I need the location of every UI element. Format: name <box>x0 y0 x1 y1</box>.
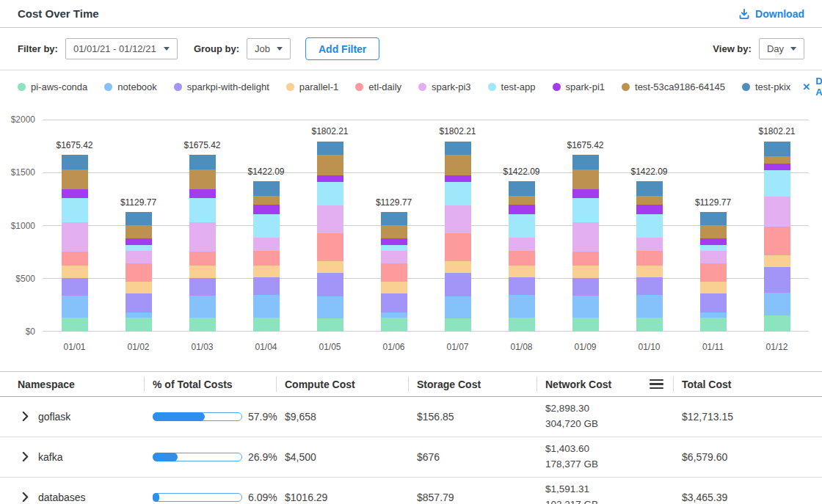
bar-segment-etl-daily[interactable] <box>509 251 535 265</box>
bar-segment-notebook[interactable] <box>700 313 727 318</box>
bar-segment-parallel-1[interactable] <box>189 266 216 278</box>
bar-segment-spark-pi1[interactable] <box>509 205 535 213</box>
bar-segment-spark-pi3[interactable] <box>700 251 727 263</box>
bar-segment-parallel-1[interactable] <box>509 266 535 277</box>
bar-segment-notebook[interactable] <box>62 296 88 318</box>
view-by-dropdown[interactable]: Day <box>759 38 804 59</box>
bar-segment-spark-pi1[interactable] <box>636 205 663 213</box>
bar-segment-spark-pi3[interactable] <box>764 197 790 226</box>
legend-item[interactable]: parallel-1 <box>286 81 338 92</box>
bar-segment-test-pkix[interactable] <box>253 181 280 196</box>
bar-segment-parallel-1[interactable] <box>381 282 407 293</box>
bar-segment-etl-daily[interactable] <box>572 252 599 266</box>
bar-segment-notebook[interactable] <box>317 296 343 318</box>
legend-item[interactable]: spark-pi3 <box>418 81 470 92</box>
bar-segment-sparkpi-with-delight[interactable] <box>764 267 790 292</box>
bar-segment-etl-daily[interactable] <box>189 252 216 266</box>
bar-segment-test-pkix[interactable] <box>700 212 727 225</box>
chevron-right-icon[interactable] <box>22 412 29 421</box>
legend-item[interactable]: test-pkix <box>742 81 790 92</box>
legend-item[interactable]: sparkpi-with-delight <box>174 81 269 92</box>
bar-segment-spark-pi1[interactable] <box>572 189 599 198</box>
bar-segment-pi-aws-conda[interactable] <box>126 318 152 332</box>
bar-segment-parallel-1[interactable] <box>572 266 599 278</box>
bar-segment-test-pkix[interactable] <box>764 142 790 156</box>
bar-segment-parallel-1[interactable] <box>636 266 663 277</box>
bar-segment-test-53ca9186-64145[interactable] <box>509 196 535 205</box>
bar-segment-pi-aws-conda[interactable] <box>62 318 88 332</box>
bar-segment-spark-pi3[interactable] <box>189 222 216 252</box>
bar-segment-pi-aws-conda[interactable] <box>445 318 471 332</box>
bar-segment-parallel-1[interactable] <box>62 266 88 278</box>
bar-segment-test-pkix[interactable] <box>636 181 663 196</box>
bar-segment-test-pkix[interactable] <box>126 212 152 225</box>
bar-segment-test-53ca9186-64145[interactable] <box>445 155 471 175</box>
chevron-right-icon[interactable] <box>22 452 29 461</box>
bar-segment-test-53ca9186-64145[interactable] <box>317 155 343 175</box>
bar-segment-test-53ca9186-64145[interactable] <box>62 169 88 189</box>
bar-segment-test-53ca9186-64145[interactable] <box>636 196 663 205</box>
bar-segment-parallel-1[interactable] <box>700 282 727 293</box>
bar-segment-parallel-1[interactable] <box>253 266 280 277</box>
deselect-all-button[interactable]: ✕ Deselect All <box>802 76 822 98</box>
bar-segment-spark-pi1[interactable] <box>445 175 471 182</box>
bar-segment-spark-pi3[interactable] <box>509 238 535 251</box>
bar-segment-spark-pi1[interactable] <box>62 189 88 198</box>
bar-segment-sparkpi-with-delight[interactable] <box>62 278 88 296</box>
bar-segment-notebook[interactable] <box>253 295 280 318</box>
bar-segment-sparkpi-with-delight[interactable] <box>572 278 599 296</box>
bar-segment-test-app[interactable] <box>189 198 216 222</box>
bar-segment-test-pkix[interactable] <box>572 155 599 170</box>
bar-segment-spark-pi3[interactable] <box>572 222 599 252</box>
bar-segment-test-53ca9186-64145[interactable] <box>764 156 790 164</box>
bar-segment-spark-pi3[interactable] <box>126 251 152 263</box>
bar-segment-etl-daily[interactable] <box>636 251 663 265</box>
bar-segment-sparkpi-with-delight[interactable] <box>189 278 216 296</box>
bar-segment-etl-daily[interactable] <box>700 263 727 282</box>
bar-segment-sparkpi-with-delight[interactable] <box>700 293 727 313</box>
bar-segment-test-app[interactable] <box>62 198 88 222</box>
bar-segment-pi-aws-conda[interactable] <box>509 318 535 332</box>
bar-segment-pi-aws-conda[interactable] <box>317 318 343 332</box>
bar-segment-spark-pi3[interactable] <box>253 238 280 251</box>
download-button[interactable]: Download <box>738 8 804 20</box>
bar-segment-pi-aws-conda[interactable] <box>381 318 407 332</box>
legend-item[interactable]: notebook <box>104 81 157 92</box>
bar-segment-sparkpi-with-delight[interactable] <box>445 273 471 296</box>
bar-segment-spark-pi1[interactable] <box>126 238 152 245</box>
bar-segment-test-app[interactable] <box>381 245 407 251</box>
bar-segment-test-pkix[interactable] <box>509 181 535 196</box>
bar-segment-notebook[interactable] <box>509 295 535 318</box>
bar-segment-notebook[interactable] <box>445 296 471 318</box>
table-row[interactable]: kafka26.9%$4,500$676$1,403.60178,377 GB$… <box>0 437 822 478</box>
bar-segment-test-app[interactable] <box>700 245 727 251</box>
bar-segment-parallel-1[interactable] <box>445 261 471 272</box>
bar-segment-spark-pi3[interactable] <box>381 251 407 263</box>
date-range-dropdown[interactable]: 01/01/21 - 01/12/21 <box>65 38 178 59</box>
bar-segment-spark-pi3[interactable] <box>317 205 343 233</box>
legend-item[interactable]: test-53ca9186-64145 <box>622 81 725 92</box>
bar-segment-spark-pi1[interactable] <box>189 189 216 198</box>
bar-segment-test-app[interactable] <box>253 214 280 238</box>
bar-segment-notebook[interactable] <box>764 293 790 316</box>
legend-item[interactable]: test-app <box>488 81 536 92</box>
bar-segment-etl-daily[interactable] <box>253 251 280 265</box>
bar-segment-spark-pi1[interactable] <box>764 164 790 170</box>
bar-segment-notebook[interactable] <box>381 313 407 318</box>
bar-segment-sparkpi-with-delight[interactable] <box>381 293 407 313</box>
bar-segment-test-53ca9186-64145[interactable] <box>700 225 727 238</box>
table-row[interactable]: goflask57.9%$9,658$156.85$2,898.30304,72… <box>0 397 822 437</box>
bar-segment-etl-daily[interactable] <box>445 233 471 261</box>
table-row[interactable]: databases6.09%$1016.29$857.79$1,591.3110… <box>0 478 822 504</box>
add-filter-button[interactable]: Add Filter <box>305 37 379 60</box>
bar-segment-test-app[interactable] <box>764 170 790 197</box>
bar-segment-notebook[interactable] <box>636 295 663 318</box>
bar-segment-etl-daily[interactable] <box>317 233 343 261</box>
bar-segment-pi-aws-conda[interactable] <box>189 318 216 332</box>
bar-segment-test-pkix[interactable] <box>62 155 88 170</box>
bar-segment-test-53ca9186-64145[interactable] <box>253 196 280 205</box>
bar-segment-sparkpi-with-delight[interactable] <box>126 293 152 313</box>
bar-segment-test-app[interactable] <box>126 245 152 251</box>
bar-segment-pi-aws-conda[interactable] <box>700 318 727 332</box>
bar-segment-sparkpi-with-delight[interactable] <box>636 277 663 295</box>
